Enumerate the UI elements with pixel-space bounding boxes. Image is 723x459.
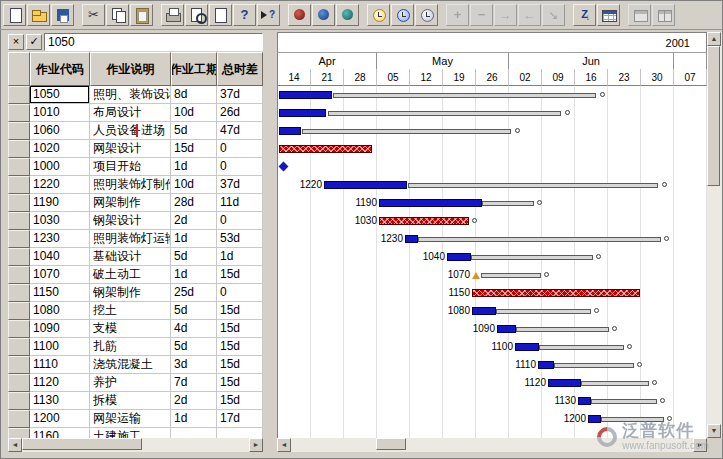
cell-desc[interactable]: 照明装饰灯制作 [90,176,171,194]
row-selector[interactable] [8,266,30,284]
row-selector[interactable] [8,176,30,194]
gantt-row[interactable]: 1100 [278,338,707,356]
cell-desc[interactable]: 基础设计 [90,248,171,266]
scroll-left-icon[interactable]: ◄ [8,438,22,452]
early-bar[interactable] [279,109,326,117]
gantt-row[interactable] [278,104,707,122]
cell-dur[interactable]: 2d [171,212,217,230]
scroll-track[interactable] [22,438,249,452]
cell-desc[interactable]: 破土动工 [90,266,171,284]
timescale-week-button[interactable] [391,4,414,26]
row-selector[interactable] [8,104,30,122]
schedule-button[interactable] [288,4,311,26]
late-float-bar[interactable] [408,183,658,188]
cell-dur[interactable]: 5d [171,248,217,266]
cell-dur[interactable]: 2d [171,392,217,410]
gantt-row[interactable] [278,158,707,176]
print-preview-button[interactable] [185,4,208,26]
cell-tf[interactable] [217,428,263,438]
row-selector[interactable] [8,374,30,392]
cell-code[interactable]: 1150 [30,284,90,302]
cell-code[interactable]: 1030 [30,212,90,230]
cell-dur[interactable]: 7d [171,374,217,392]
copy-button[interactable] [106,4,129,26]
cell-tf[interactable]: 47d [217,122,263,140]
gantt-row[interactable]: 1130 [278,392,707,410]
early-bar[interactable] [472,307,496,315]
cell-tf[interactable]: 15d [217,302,263,320]
gantt-row[interactable] [278,86,707,104]
gantt-row[interactable]: 1070 [278,266,707,284]
cell-desc[interactable]: 人员设备进场 [90,122,171,140]
cell-tf[interactable]: 17d [217,410,263,428]
gantt-row[interactable]: 1040 [278,248,707,266]
accept-edit-button[interactable]: ✓ [26,34,42,50]
cell-code[interactable]: 1110 [30,356,90,374]
early-bar[interactable] [279,91,332,99]
early-bar[interactable] [324,181,407,189]
progress-marker[interactable] [472,272,480,279]
gantt-vertical-scrollbar[interactable]: ▲ ▼ [707,32,722,438]
cell-tf[interactable]: 15d [217,338,263,356]
scroll-down-icon[interactable]: ▼ [707,424,721,438]
column-header-code[interactable]: 作业代码 [30,52,90,86]
cell-tf[interactable]: 53d [217,230,263,248]
cell-dur[interactable]: 1d [171,158,217,176]
scroll-thumb[interactable] [707,46,720,186]
row-selector[interactable] [8,158,30,176]
shift-right-button[interactable]: → [494,4,517,26]
late-float-bar[interactable] [554,363,634,368]
row-selector[interactable] [8,410,30,428]
critical-bar[interactable] [472,289,640,297]
edit-field[interactable] [44,33,263,51]
cell-desc[interactable]: 网架制作 [90,194,171,212]
column-header-desc[interactable]: 作业说明 [90,52,171,86]
shift-left-button[interactable]: ← [518,4,541,26]
cell-dur[interactable]: 15d [171,140,217,158]
resources-button[interactable] [312,4,335,26]
cell-desc[interactable]: 浇筑混凝土 [90,356,171,374]
cell-tf[interactable]: 15d [217,374,263,392]
gantt-row[interactable]: 1030 [278,212,707,230]
cell-code[interactable]: 1080 [30,302,90,320]
cell-tf[interactable]: 15d [217,356,263,374]
row-selector[interactable] [8,230,30,248]
open-file-button[interactable] [27,4,50,26]
cell-tf[interactable]: 15d [217,320,263,338]
late-float-bar[interactable] [328,111,561,116]
cell-desc[interactable]: 扎筋 [90,338,171,356]
gantt-row[interactable]: 1220 [278,176,707,194]
scroll-thumb[interactable] [22,438,142,450]
cell-desc[interactable]: 支模 [90,320,171,338]
early-bar[interactable] [447,253,471,261]
scroll-thumb[interactable] [376,438,406,450]
late-float-bar[interactable] [539,345,624,350]
cell-code[interactable]: 1190 [30,194,90,212]
cell-code[interactable]: 1230 [30,230,90,248]
cell-dur[interactable]: 25d [171,284,217,302]
cell-desc[interactable]: 项目开始 [90,158,171,176]
cell-tf[interactable]: 1d [217,248,263,266]
row-selector[interactable] [8,248,30,266]
row-selector[interactable] [8,356,30,374]
cell-tf[interactable]: 0 [217,212,263,230]
cell-desc[interactable]: 挖土 [90,302,171,320]
late-float-bar[interactable] [333,93,596,98]
table-horizontal-scrollbar[interactable]: ◄ ► [8,438,263,452]
cell-dur[interactable]: 28d [171,194,217,212]
row-selector[interactable] [8,212,30,230]
scroll-left-icon[interactable]: ◄ [277,438,291,452]
late-float-bar[interactable] [471,255,593,260]
cell-tf[interactable]: 26d [217,104,263,122]
early-bar[interactable] [548,379,581,387]
cell-dur[interactable]: 3d [171,356,217,374]
cell-desc[interactable]: 照明、装饰设计 [90,86,171,104]
row-selector[interactable] [8,284,30,302]
gantt-row[interactable]: 1080 [278,302,707,320]
column-header-tf[interactable]: 总时差 [217,52,263,86]
late-float-bar[interactable] [481,273,541,278]
scroll-right-icon[interactable]: ► [249,438,263,452]
cell-dur[interactable]: 1d [171,230,217,248]
cancel-edit-button[interactable]: × [8,34,24,50]
cell-tf[interactable]: 11d [217,194,263,212]
